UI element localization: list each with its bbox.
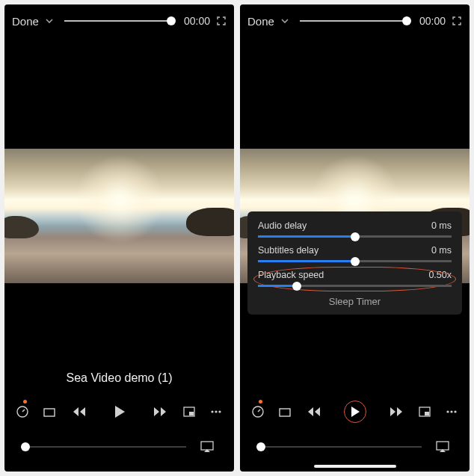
time-remaining: 00:00	[182, 15, 210, 27]
top-bar: Done 00:00	[240, 4, 470, 37]
svg-rect-3	[189, 412, 194, 415]
subtitles-delay-label: Subtitles delay	[258, 245, 318, 256]
done-button[interactable]: Done	[12, 15, 39, 28]
skip-back-icon[interactable]	[304, 401, 324, 422]
seek-slider[interactable]	[64, 20, 171, 22]
aspect-icon[interactable]	[39, 401, 60, 422]
airplay-icon[interactable]	[432, 436, 453, 457]
playback-speed-slider[interactable]	[258, 285, 452, 287]
video-viewport[interactable]: Audio delay 0 ms Subtitles delay 0 ms	[240, 37, 470, 394]
video-viewport[interactable]: Sea Video demo (1)	[4, 37, 234, 394]
svg-rect-1	[44, 409, 55, 416]
audio-delay-slider[interactable]	[258, 235, 452, 238]
playback-speed-row: Playback speed 0.50x	[258, 270, 452, 287]
subtitles-delay-row: Subtitles delay 0 ms	[258, 245, 452, 262]
playback-speed-value: 0.50x	[428, 270, 452, 280]
svg-rect-15	[437, 442, 449, 450]
svg-point-6	[218, 410, 221, 412]
video-frame	[4, 149, 234, 283]
svg-point-4	[211, 410, 213, 412]
video-title: Sea Video demo (1)	[4, 371, 234, 394]
top-bar: Done 00:00	[4, 4, 234, 37]
player-screen-right: Done 00:00 Audio delay 0 ms	[240, 4, 470, 472]
svg-point-13	[450, 410, 452, 412]
svg-point-12	[446, 410, 449, 412]
airplay-icon[interactable]	[197, 436, 218, 457]
audio-delay-row: Audio delay 0 ms	[258, 220, 452, 238]
control-bar	[4, 394, 234, 430]
more-icon[interactable]	[441, 401, 462, 422]
svg-point-14	[454, 410, 456, 412]
svg-rect-9	[280, 409, 290, 416]
time-remaining: 00:00	[417, 15, 446, 27]
aspect-icon[interactable]	[274, 401, 295, 422]
pip-icon[interactable]	[414, 401, 435, 422]
sleep-timer-button[interactable]: Sleep Timer	[258, 294, 452, 307]
chevron-down-icon[interactable]	[45, 16, 54, 25]
volume-slider[interactable]	[256, 446, 422, 448]
audio-delay-label: Audio delay	[258, 220, 307, 231]
play-icon[interactable]	[109, 401, 130, 422]
speed-icon[interactable]	[12, 401, 33, 422]
more-icon[interactable]	[206, 401, 227, 422]
playback-panel: Audio delay 0 ms Subtitles delay 0 ms	[247, 211, 462, 315]
seek-slider[interactable]	[300, 20, 407, 22]
volume-slider[interactable]	[21, 446, 186, 448]
fullscreen-icon[interactable]	[452, 16, 462, 26]
audio-delay-value: 0 ms	[431, 220, 452, 231]
play-icon[interactable]	[344, 401, 366, 423]
subtitles-delay-slider[interactable]	[258, 260, 452, 262]
svg-point-5	[215, 410, 217, 412]
svg-rect-11	[425, 412, 429, 415]
chevron-down-icon[interactable]	[280, 16, 289, 25]
home-indicator	[314, 465, 396, 468]
done-button[interactable]: Done	[247, 15, 274, 28]
svg-rect-7	[201, 442, 213, 450]
speed-icon[interactable]	[247, 401, 268, 422]
playback-speed-label: Playback speed	[258, 270, 324, 280]
subtitles-delay-value: 0 ms	[431, 245, 452, 256]
pip-icon[interactable]	[179, 401, 200, 422]
control-bar	[240, 394, 470, 430]
skip-back-icon[interactable]	[69, 401, 90, 422]
fullscreen-icon[interactable]	[216, 16, 227, 26]
player-screen-left: Done 00:00 Sea Video demo (1)	[4, 4, 234, 472]
skip-forward-icon[interactable]	[386, 401, 407, 422]
volume-row	[4, 430, 234, 472]
skip-forward-icon[interactable]	[150, 401, 170, 422]
